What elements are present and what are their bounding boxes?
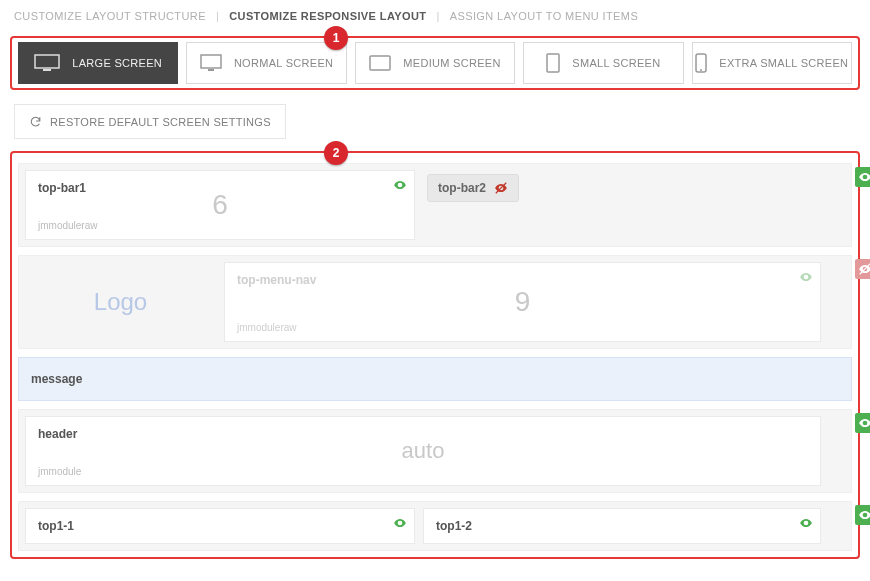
monitor-icon xyxy=(200,54,222,72)
screen-label: SMALL SCREEN xyxy=(572,57,660,69)
eye-off-icon[interactable] xyxy=(494,181,508,195)
nav-assign-menu[interactable]: ASSIGN LAYOUT TO MENU ITEMS xyxy=(450,10,638,22)
screen-small[interactable]: SMALL SCREEN xyxy=(523,42,683,84)
block-title: top1-1 xyxy=(38,519,402,533)
callout-2: 2 xyxy=(324,141,348,165)
block-logo[interactable]: Logo xyxy=(25,262,216,342)
logo-text: Logo xyxy=(94,288,147,316)
tablet-landscape-icon xyxy=(369,55,391,71)
screen-xsmall[interactable]: EXTRA SMALL SCREEN xyxy=(692,42,852,84)
block-module: jmmodule xyxy=(38,466,81,477)
screen-large[interactable]: LARGE SCREEN xyxy=(18,42,178,84)
svg-point-7 xyxy=(700,69,702,71)
nav-responsive-layout[interactable]: CUSTOMIZE RESPONSIVE LAYOUT xyxy=(229,10,426,22)
block-width: auto xyxy=(26,438,820,464)
block-title: top-bar2 xyxy=(438,181,486,195)
block-module: jmmoduleraw xyxy=(237,322,296,333)
row-top1: top1-1 top1-2 xyxy=(18,501,852,551)
svg-rect-3 xyxy=(208,69,214,71)
block-width: 9 xyxy=(225,286,820,318)
block-title: top1-2 xyxy=(436,519,808,533)
block-top-bar2[interactable]: top-bar2 xyxy=(427,174,519,202)
row-logo: Logo top-menu-nav 9 jmmoduleraw xyxy=(18,255,852,349)
screen-normal[interactable]: NORMAL SCREEN xyxy=(186,42,346,84)
svg-rect-2 xyxy=(201,55,221,68)
row-topbar: top-bar1 6 jmmoduleraw top-bar2 xyxy=(18,163,852,247)
screen-label: EXTRA SMALL SCREEN xyxy=(719,57,848,69)
tablet-portrait-icon xyxy=(546,53,560,73)
screen-switcher: 1 LARGE SCREEN NORMAL SCREEN MEDIUM SCRE… xyxy=(10,36,860,90)
screen-label: MEDIUM SCREEN xyxy=(403,57,500,69)
row-visibility-toggle[interactable] xyxy=(855,413,870,433)
nav-sep: | xyxy=(216,10,219,22)
row-message[interactable]: message xyxy=(18,357,852,401)
nav-layout-structure[interactable]: CUSTOMIZE LAYOUT STRUCTURE xyxy=(14,10,206,22)
block-top-bar1[interactable]: top-bar1 6 jmmoduleraw xyxy=(25,170,415,240)
eye-icon[interactable] xyxy=(798,515,814,531)
phone-icon xyxy=(695,53,707,73)
row-visibility-toggle[interactable] xyxy=(855,167,870,187)
svg-rect-5 xyxy=(547,54,559,72)
svg-rect-0 xyxy=(35,55,59,68)
block-header[interactable]: header auto jmmodule xyxy=(25,416,821,486)
eye-icon[interactable] xyxy=(798,269,814,285)
block-top-bar2-container: top-bar2 xyxy=(423,170,821,240)
screen-label: NORMAL SCREEN xyxy=(234,57,333,69)
block-title: top-menu-nav xyxy=(237,273,808,287)
row-header: header auto jmmodule xyxy=(18,409,852,493)
callout-1: 1 xyxy=(324,26,348,50)
block-top1-1[interactable]: top1-1 xyxy=(25,508,415,544)
block-width: 6 xyxy=(26,189,414,221)
svg-rect-4 xyxy=(370,56,390,70)
restore-label: RESTORE DEFAULT SCREEN SETTINGS xyxy=(50,116,271,128)
nav-sep: | xyxy=(436,10,439,22)
layout-canvas: 2 top-bar1 6 jmmoduleraw top-bar2 xyxy=(10,151,860,559)
svg-rect-1 xyxy=(43,69,51,71)
block-module: jmmoduleraw xyxy=(38,220,97,231)
row-visibility-toggle[interactable] xyxy=(855,505,870,525)
block-title: message xyxy=(31,372,82,386)
block-top-menu-nav[interactable]: top-menu-nav 9 jmmoduleraw xyxy=(224,262,821,342)
monitor-wide-icon xyxy=(34,54,60,72)
row-visibility-toggle[interactable] xyxy=(855,259,870,279)
screen-medium[interactable]: MEDIUM SCREEN xyxy=(355,42,515,84)
block-top1-2[interactable]: top1-2 xyxy=(423,508,821,544)
eye-icon[interactable] xyxy=(392,515,408,531)
refresh-icon xyxy=(29,115,42,128)
screen-label: LARGE SCREEN xyxy=(72,57,162,69)
restore-defaults-button[interactable]: RESTORE DEFAULT SCREEN SETTINGS xyxy=(14,104,286,139)
top-nav: CUSTOMIZE LAYOUT STRUCTURE | CUSTOMIZE R… xyxy=(0,0,870,36)
